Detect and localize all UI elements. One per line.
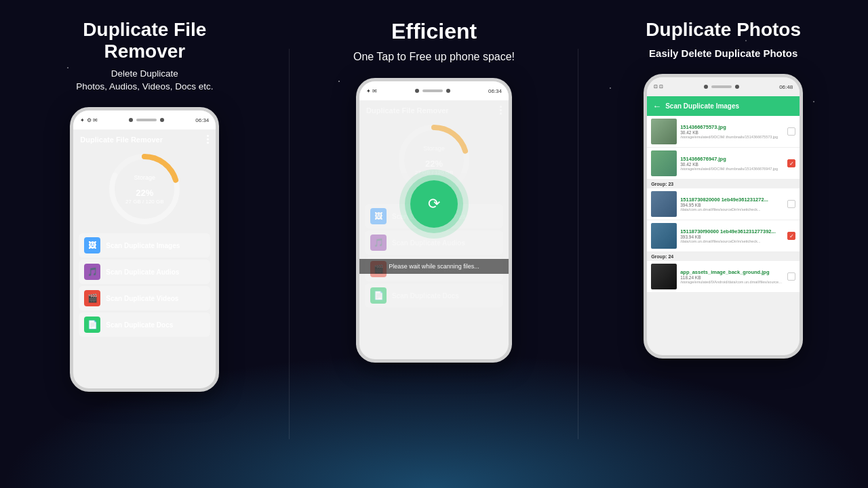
speaker-3 [711, 85, 732, 88]
col1-title: Duplicate File Remover [83, 19, 206, 62]
col2-title: Efficient [391, 19, 477, 44]
file-checkbox-checked[interactable]: ✓ [787, 159, 795, 167]
file-item[interactable]: app_assets_image_back_ground.jpg 118.24 … [647, 261, 800, 293]
phone3-header: ← Scan Duplicate Images [647, 96, 800, 116]
docs-icon: 📄 [84, 317, 100, 333]
phone1-toolbar: Duplicate File Remover [73, 129, 216, 149]
file-info: app_assets_image_back_ground.jpg 118.24 … [680, 269, 784, 284]
file-path: /storage/emulated/0/DCIM/.thumbnails/151… [680, 167, 784, 171]
col3-title: Duplicate Photos [646, 19, 801, 41]
scan-audios-label: Scan Duplicate Audios [106, 268, 179, 276]
main-layout: Duplicate File Remover Delete Duplicate … [0, 0, 868, 488]
phone2-screen: Duplicate File Remover Stora [359, 100, 509, 308]
file-name: 15118730f90000 1eb49e361231277392... [680, 228, 784, 235]
file-checkbox[interactable] [787, 272, 795, 281]
scan-docs-label: Scan Duplicate Docs [106, 321, 173, 329]
speaker [136, 119, 157, 121]
storage-text: Storage 22% 27 GB / 120 GB [125, 174, 163, 205]
file-path: /data/com.un.dmail/files/sourceDir/m/set… [680, 207, 784, 211]
file-path: /storage/emulated/0/Android/data/com.un.… [680, 280, 784, 284]
sensor [160, 118, 164, 122]
file-checkbox[interactable] [787, 127, 795, 136]
group-label: Group: 23 [647, 180, 800, 188]
col1-subtitle: Delete Duplicate Photos, Audios, Videos,… [76, 68, 213, 94]
file-checkbox[interactable] [787, 200, 795, 208]
file-item[interactable]: 1514366676947.jpg 30.42 KB /storage/emul… [647, 148, 800, 180]
storage-display: Storage 22% 27 GB / 120 GB [73, 152, 216, 226]
phone2-notch: ✦ ✉ 06:34 [359, 81, 509, 100]
audios-icon: 🎵 [84, 264, 100, 280]
storage-percentage: 22% [125, 181, 163, 199]
group-label: Group: 24 [647, 252, 800, 261]
front-camera-2 [415, 89, 419, 93]
menu-dots[interactable] [207, 135, 209, 144]
file-item[interactable]: 1514366675573.jpg 30.42 KB /storage/emul… [647, 116, 800, 148]
videos-icon: 🎬 [84, 290, 100, 306]
file-info: 1514366675573.jpg 30.42 KB /storage/emul… [680, 124, 784, 139]
file-thumbnail [651, 264, 677, 289]
scan-images-label: Scan Duplicate Images [106, 242, 180, 249]
back-arrow-icon[interactable]: ← [652, 101, 661, 111]
storage-circle: Storage 22% 27 GB / 120 GB [107, 152, 182, 226]
storage-unit: % [146, 188, 154, 198]
file-size: 393.94 KB [680, 235, 784, 239]
phone3-notch-center [704, 85, 739, 89]
scan-spinner: ⟳ [410, 180, 458, 228]
file-size: 118.24 KB [680, 275, 784, 280]
col-2: Efficient One Tap to Free up phone space… [290, 0, 579, 488]
file-thumbnail [651, 119, 677, 144]
storage-gb: 27 GB / 120 GB [125, 199, 163, 205]
file-name: 15118730820000 1eb49e361231272... [680, 197, 784, 203]
scan-audios-btn[interactable]: 🎵 Scan Duplicate Audios [79, 260, 210, 284]
file-thumbnail [651, 191, 677, 217]
file-path: /storage/emulated/0/DCIM/.thumbnails/151… [680, 135, 784, 139]
file-size: 394.95 KB [680, 203, 784, 207]
file-size: 30.42 KB [680, 162, 784, 167]
phone1-notch-center [129, 118, 164, 122]
storage-label: Storage [125, 174, 163, 181]
phone1-status-icons: ✦ ⚙ ✉ [80, 117, 97, 123]
col2-subtitle: One Tap to Free up phone space! [353, 49, 515, 64]
file-thumbnail [651, 150, 677, 176]
images-icon: 🖼 [84, 237, 100, 253]
scan-status-message: Please wait while scanning files... [359, 259, 509, 274]
col3-subtitle: Easily Delete Duplicate Photos [649, 46, 797, 60]
sensor-2 [446, 89, 450, 93]
phone-3 phone-3: ⊡ ⊡ 06:48 ← Scan Duplicate Images [644, 74, 803, 359]
scan-docs-btn[interactable]: 📄 Scan Duplicate Docs [79, 312, 210, 337]
col-3: Duplicate Photos Easily Delete Duplicate… [578, 0, 868, 488]
phone2-time: 06:34 [488, 88, 502, 94]
file-thumbnail [651, 223, 677, 249]
phone3-status-icons: ⊡ ⊡ [654, 84, 663, 89]
file-path: /data/com.un.dmail/files/sourceDir/m/set… [680, 239, 784, 243]
scan-overlay: ⟳ Please wait while scanning files... [359, 100, 509, 308]
col-1: Duplicate File Remover Delete Duplicate … [0, 0, 290, 488]
file-list: 1514366675573.jpg 30.42 KB /storage/emul… [647, 116, 800, 293]
scan-images-btn[interactable]: 🖼 Scan Duplicate Images [79, 233, 210, 258]
scan-videos-btn[interactable]: 🎬 Scan Duplicate Videos [79, 286, 210, 310]
phone3-notch: ⊡ ⊡ 06:48 [647, 77, 800, 96]
file-info: 1514366676947.jpg 30.42 KB /storage/emul… [680, 156, 784, 171]
scan-videos-label: Scan Duplicate Videos [106, 295, 178, 302]
phone3-screen: ← Scan Duplicate Images 1514366675573.jp… [647, 96, 800, 293]
phone1-screen: Duplicate File Remover Storage [73, 129, 216, 337]
front-camera-3 [704, 85, 708, 89]
phone1-notch: ✦ ⚙ ✉ 06:34 [73, 110, 216, 129]
file-name: app_assets_image_back_ground.jpg [680, 269, 784, 275]
phone-2: ✦ ✉ 06:34 Duplicate File Remover [356, 78, 512, 363]
file-name: 1514366675573.jpg [680, 124, 784, 130]
file-size: 30.42 KB [680, 130, 784, 135]
phone3-header-title: Scan Duplicate Images [665, 102, 739, 110]
file-checkbox-checked[interactable]: ✓ [787, 232, 795, 240]
speaker-2 [422, 89, 443, 92]
phone-1: ✦ ⚙ ✉ 06:34 Duplicate File Remover [70, 107, 219, 392]
phone1-app-name: Duplicate File Remover [80, 136, 163, 144]
phone1-time: 06:34 [195, 117, 209, 123]
phone3-time: 06:48 [779, 84, 793, 90]
phone2-status-icons: ✦ ✉ [366, 88, 377, 94]
sensor-3 [735, 85, 739, 89]
file-info: 15118730f90000 1eb49e361231277392... 393… [680, 228, 784, 243]
file-item[interactable]: 15118730820000 1eb49e361231272... 394.95… [647, 188, 800, 220]
file-info: 15118730820000 1eb49e361231272... 394.95… [680, 197, 784, 211]
file-item[interactable]: 15118730f90000 1eb49e361231277392... 393… [647, 220, 800, 252]
